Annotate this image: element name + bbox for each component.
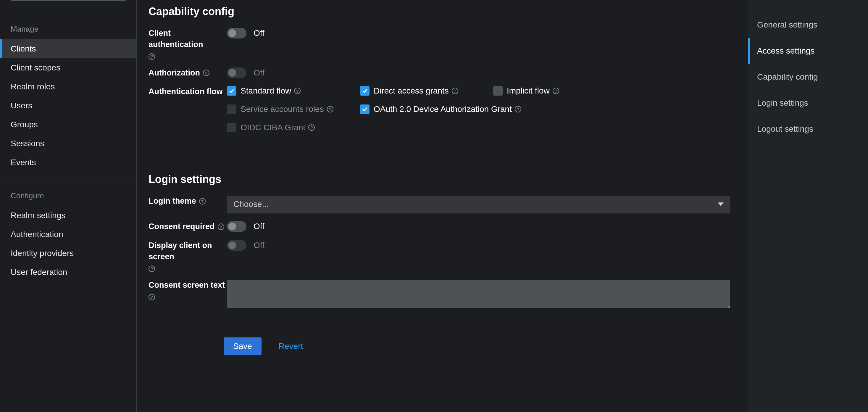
sidebar-item-sessions[interactable]: Sessions [0, 134, 136, 153]
sidebar-item-identity-providers[interactable]: Identity providers [0, 244, 136, 263]
help-icon[interactable]: ? [452, 88, 458, 94]
save-button[interactable]: Save [224, 337, 261, 355]
textarea-consent-screen-text[interactable] [227, 280, 730, 308]
select-login-theme-value: Choose... [234, 200, 269, 209]
sidebar-section-manage: Manage [0, 16, 136, 38]
row-consent-required: Consent required ? Off [149, 221, 730, 232]
toggle-display-client-state: Off [253, 241, 265, 250]
help-icon[interactable]: ? [294, 88, 301, 94]
sidebar-item-authentication[interactable]: Authentication [0, 225, 136, 244]
checkbox-implicit-flow[interactable] [493, 86, 503, 96]
label-authorization: Authorization [149, 67, 200, 79]
jump-general-settings[interactable]: General settings [748, 12, 868, 38]
jump-login-settings[interactable]: Login settings [748, 90, 868, 116]
toggle-authorization [227, 67, 246, 78]
checkbox-label-direct-access: Direct access grants [374, 86, 449, 96]
checkbox-standard-flow[interactable] [227, 86, 237, 96]
label-login-theme: Login theme [149, 196, 196, 207]
sidebar-item-client-scopes[interactable]: Client scopes [0, 58, 136, 77]
checkbox-label-oauth-device: OAuth 2.0 Device Authorization Grant [374, 105, 512, 114]
jump-nav: General settings Access settings Capabil… [748, 0, 868, 412]
row-display-client-on-screen: Display client on screen ? Off [149, 240, 730, 272]
jump-logout-settings[interactable]: Logout settings [748, 116, 868, 142]
row-login-theme: Login theme ? Choose... [149, 196, 730, 213]
help-icon[interactable]: ? [218, 224, 224, 230]
help-icon[interactable]: ? [308, 124, 315, 131]
sidebar-item-users[interactable]: Users [0, 96, 136, 115]
sidebar-item-events[interactable]: Events [0, 153, 136, 172]
checkbox-oauth-device-grant[interactable] [360, 105, 370, 114]
row-authorization: Authorization ? Off [149, 67, 730, 79]
label-consent-screen-text: Consent screen text [149, 280, 225, 291]
checkbox-label-implicit-flow: Implicit flow [507, 86, 550, 96]
app-root: Manage Clients Client scopes Realm roles… [0, 0, 868, 412]
help-icon[interactable]: ? [203, 69, 210, 76]
sidebar-item-realm-settings[interactable]: Realm settings [0, 206, 136, 225]
help-icon[interactable]: ? [553, 88, 559, 94]
checkbox-oidc-ciba-grant [227, 123, 237, 132]
sidebar-item-user-federation[interactable]: User federation [0, 263, 136, 282]
sidebar-item-realm-roles[interactable]: Realm roles [0, 77, 136, 96]
toggle-consent-required[interactable] [227, 221, 246, 232]
action-bar: Save Revert [137, 329, 748, 363]
main-content: Capability config Client authentication … [137, 0, 868, 412]
revert-button[interactable]: Revert [269, 337, 312, 355]
toggle-client-authentication-state: Off [253, 28, 265, 38]
form-area: Capability config Client authentication … [137, 0, 748, 412]
label-display-client: Display client on screen [149, 240, 227, 263]
help-icon[interactable]: ? [515, 106, 521, 113]
jump-access-settings[interactable]: Access settings [748, 38, 868, 64]
toggle-authorization-state: Off [253, 68, 265, 78]
row-authentication-flow: Authentication flow Standard flow ? [149, 86, 730, 132]
help-icon[interactable]: ? [149, 294, 155, 300]
checkbox-label-service-accounts: Service accounts roles [241, 105, 324, 114]
help-icon[interactable]: ? [327, 106, 333, 113]
section-title-login: Login settings [149, 173, 730, 185]
sidebar-item-clients[interactable]: Clients [0, 39, 136, 58]
checkbox-service-accounts-roles [227, 105, 237, 114]
select-login-theme[interactable]: Choose... [227, 196, 730, 213]
sidebar-section-configure: Configure [0, 183, 136, 205]
toggle-client-authentication[interactable] [227, 28, 246, 38]
toggle-consent-required-state: Off [253, 222, 265, 231]
help-icon[interactable]: ? [149, 265, 155, 272]
checkbox-direct-access-grants[interactable] [360, 86, 370, 96]
help-icon[interactable]: ? [199, 198, 206, 205]
jump-capability-config[interactable]: Capability config [748, 64, 868, 90]
help-icon[interactable]: ? [149, 53, 155, 60]
caret-down-icon [718, 202, 724, 206]
checkbox-label-oidc-ciba: OIDC CIBA Grant [241, 123, 305, 132]
section-title-capability: Capability config [149, 5, 730, 18]
row-consent-screen-text: Consent screen text ? [149, 280, 730, 308]
row-client-authentication: Client authentication ? Off [149, 28, 730, 60]
sidebar: Manage Clients Client scopes Realm roles… [0, 0, 137, 412]
label-consent-required: Consent required [149, 221, 215, 232]
label-client-authentication: Client authentication [149, 28, 227, 50]
sidebar-item-groups[interactable]: Groups [0, 115, 136, 134]
toggle-display-client [227, 240, 246, 251]
checkbox-label-standard-flow: Standard flow [241, 86, 291, 96]
label-authentication-flow: Authentication flow [149, 86, 222, 97]
